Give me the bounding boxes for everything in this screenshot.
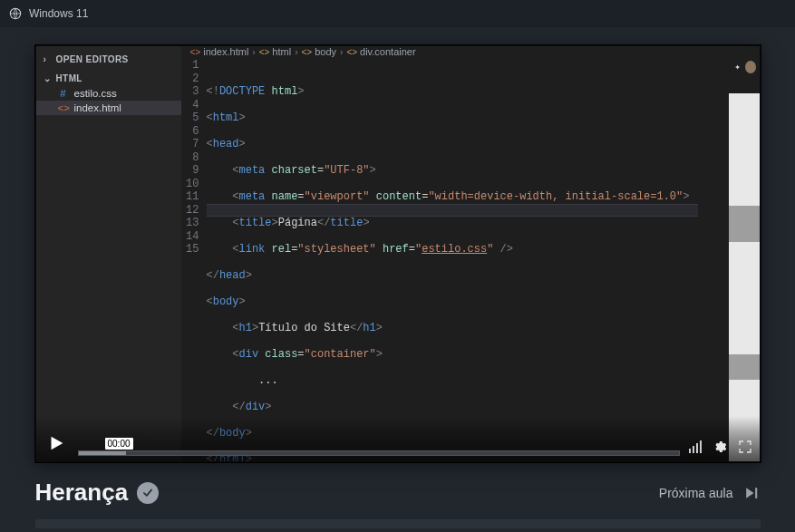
line-gutter: 123 456 789 101112 131415 [181, 57, 207, 462]
hash-icon: # [58, 88, 69, 99]
chevron-down-icon: ⌄ [44, 73, 53, 83]
file-name: index.html [74, 102, 121, 113]
file-name: estilo.css [74, 88, 117, 99]
topbar-title: Windows 11 [29, 7, 88, 20]
breadcrumb[interactable]: <>index.html › <>html › <>body › <>div.c… [181, 46, 760, 57]
chevron-right-icon: › [340, 47, 343, 57]
content-panel [35, 519, 761, 528]
globe-icon [9, 7, 22, 20]
check-circle-icon[interactable] [137, 482, 159, 504]
lesson-title: Herança [35, 479, 160, 507]
file-item-css[interactable]: # estilo.css [36, 86, 181, 101]
file-item-html[interactable]: <> index.html [36, 101, 181, 115]
project-folder-header[interactable]: ⌄ HTML [36, 71, 181, 86]
code-content[interactable]: <!DOCTYPE html> <html> <head> <meta char… [207, 57, 729, 462]
progress-bar[interactable] [78, 450, 680, 456]
os-topbar: Windows 11 [0, 0, 795, 27]
svg-rect-1 [755, 488, 757, 498]
html-file-icon: <> [58, 102, 69, 113]
chevron-right-icon: › [295, 47, 297, 57]
open-editors-header[interactable]: › OPEN EDITORS [36, 52, 181, 67]
video-controls: 00:00 [36, 416, 760, 461]
html-file-icon: <> [190, 47, 201, 57]
avatar-icon[interactable] [745, 61, 756, 73]
video-player[interactable]: › OPEN EDITORS ⌄ HTML # estilo.css <> [35, 45, 761, 462]
current-line-highlight [207, 204, 698, 218]
vscode-editor: › OPEN EDITORS ⌄ HTML # estilo.css <> [36, 46, 760, 461]
code-editor[interactable]: 123 456 789 101112 131415 <!DOCTYPE html… [181, 57, 760, 462]
skip-next-icon [742, 484, 761, 502]
tag-icon: <> [259, 47, 270, 57]
tag-icon: <> [346, 47, 357, 57]
next-lesson-label: Próxima aula [659, 486, 733, 500]
volume-icon[interactable] [689, 440, 702, 453]
editor-area: <>index.html › <>html › <>body › <>div.c… [181, 46, 760, 461]
next-lesson-button[interactable]: Próxima aula [659, 484, 761, 502]
tag-icon: <> [301, 47, 312, 57]
time-tooltip: 00:00 [105, 438, 133, 450]
fullscreen-icon[interactable] [738, 440, 752, 454]
extensions-icon[interactable]: ✦ [732, 61, 743, 73]
file-explorer-sidebar: › OPEN EDITORS ⌄ HTML # estilo.css <> [36, 46, 181, 461]
progress-fill [79, 451, 127, 455]
chevron-right-icon: › [252, 47, 255, 57]
settings-gear-icon[interactable] [713, 440, 727, 454]
chevron-right-icon: › [44, 54, 53, 64]
play-button[interactable] [44, 430, 69, 456]
browser-preview-strip: ✦ [729, 57, 760, 462]
